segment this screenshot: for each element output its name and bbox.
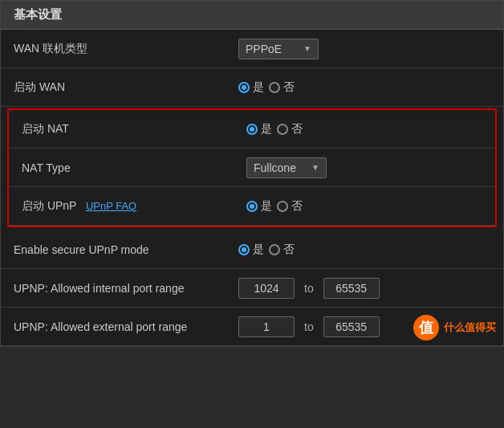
enable-upnp-yes-label: 是 [261, 199, 272, 214]
secure-upnp-no-radio[interactable] [269, 244, 280, 255]
wan-type-select[interactable]: PPPoE ▼ [238, 39, 319, 59]
internal-port-to-input[interactable] [323, 278, 380, 299]
secure-upnp-control: 是 否 [238, 243, 490, 257]
enable-upnp-label: 启动 UPnP UPnP FAQ [22, 199, 246, 214]
secure-upnp-label: Enable secure UPnP mode [14, 243, 238, 256]
enable-nat-no-option[interactable]: 否 [277, 122, 303, 137]
enable-nat-no-label: 否 [291, 122, 303, 137]
enable-upnp-radio-group: 是 否 [246, 199, 303, 214]
nat-type-value: Fullcone [254, 161, 296, 174]
enable-upnp-no-option[interactable]: 否 [277, 199, 303, 214]
enable-upnp-row: 启动 UPnP UPnP FAQ 是 否 [9, 187, 495, 226]
enable-nat-yes-label: 是 [261, 122, 272, 137]
enable-wan-no-radio[interactable] [269, 82, 280, 93]
enable-nat-label: 启动 NAT [22, 122, 246, 137]
wan-type-row: WAN 联机类型 PPPoE ▼ [1, 30, 503, 68]
internal-port-label: UPNP: Allowed internal port range [14, 282, 238, 295]
watermark: 值 什么值得买 [413, 315, 496, 340]
secure-upnp-row: Enable secure UPnP mode 是 否 [1, 230, 503, 269]
nat-upnp-group: 启动 NAT 是 否 NAT Type [7, 108, 497, 227]
secure-upnp-yes-radio[interactable] [238, 244, 250, 255]
watermark-text: 什么值得买 [444, 320, 496, 335]
secure-upnp-yes-label: 是 [253, 243, 264, 257]
watermark-icon: 值 [413, 315, 439, 340]
basic-settings-panel: 基本设置 WAN 联机类型 PPPoE ▼ 启动 WAN 是 [0, 0, 504, 347]
enable-nat-radio-group: 是 否 [246, 122, 303, 137]
wan-type-value: PPPoE [246, 43, 282, 55]
enable-nat-yes-option[interactable]: 是 [246, 122, 272, 137]
panel-title: 基本设置 [1, 1, 503, 30]
nat-type-label: NAT Type [22, 161, 246, 174]
nat-type-dropdown-icon: ▼ [311, 163, 319, 172]
enable-upnp-yes-option[interactable]: 是 [246, 199, 272, 214]
internal-port-from-input[interactable] [238, 278, 295, 299]
enable-wan-control: 是 否 [238, 80, 490, 95]
nat-type-row: NAT Type Fullcone ▼ [9, 149, 495, 187]
enable-wan-no-option[interactable]: 否 [269, 80, 295, 95]
enable-nat-no-radio[interactable] [277, 124, 288, 135]
enable-upnp-no-radio[interactable] [277, 201, 288, 212]
wan-type-label: WAN 联机类型 [14, 42, 238, 56]
internal-port-to-label: to [304, 282, 314, 295]
enable-nat-yes-radio[interactable] [246, 124, 258, 135]
enable-wan-yes-label: 是 [253, 80, 264, 95]
nat-type-select[interactable]: Fullcone ▼ [246, 157, 327, 178]
enable-upnp-no-label: 否 [291, 199, 303, 214]
secure-upnp-yes-option[interactable]: 是 [238, 243, 264, 257]
nat-type-control: Fullcone ▼ [246, 157, 482, 178]
external-port-label: UPNP: Allowed external port range [14, 320, 238, 333]
external-port-to-input[interactable] [323, 316, 380, 337]
enable-wan-yes-radio[interactable] [238, 82, 250, 93]
enable-nat-control: 是 否 [246, 122, 482, 137]
enable-wan-label: 启动 WAN [14, 80, 238, 95]
internal-port-control: to [238, 278, 490, 299]
enable-wan-no-label: 否 [283, 80, 295, 95]
wan-type-control: PPPoE ▼ [238, 39, 490, 59]
enable-wan-yes-option[interactable]: 是 [238, 80, 264, 95]
dropdown-arrow-icon: ▼ [303, 44, 311, 53]
enable-nat-row: 启动 NAT 是 否 [9, 110, 495, 149]
external-port-to-label: to [304, 320, 314, 333]
secure-upnp-no-option[interactable]: 否 [269, 243, 295, 257]
enable-upnp-yes-radio[interactable] [246, 201, 258, 212]
upnp-faq-link[interactable]: UPnP FAQ [86, 200, 136, 212]
settings-panel: 基本设置 WAN 联机类型 PPPoE ▼ 启动 WAN 是 [0, 0, 504, 347]
enable-wan-row: 启动 WAN 是 否 [1, 68, 503, 107]
internal-port-row: UPNP: Allowed internal port range to [1, 269, 503, 308]
enable-upnp-control: 是 否 [246, 199, 482, 214]
external-port-from-input[interactable] [238, 316, 295, 337]
enable-wan-radio-group: 是 否 [238, 80, 295, 95]
secure-upnp-radio-group: 是 否 [238, 243, 295, 257]
secure-upnp-no-label: 否 [283, 243, 295, 257]
